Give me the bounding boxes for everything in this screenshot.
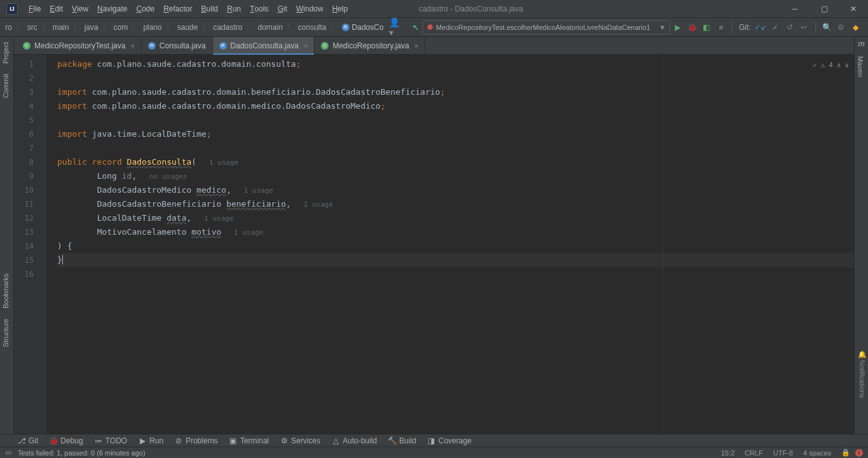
tool-terminal[interactable]: ▣Terminal — [229, 436, 269, 445]
caret-position[interactable]: 15:2 — [721, 449, 735, 457]
coverage-icon[interactable]: ◧ — [700, 20, 713, 34]
tool-todo[interactable]: ≔TODO — [95, 436, 127, 445]
next-highlight-icon[interactable]: ∨ — [844, 59, 849, 73]
tool-commit[interactable]: Commit — [0, 69, 11, 103]
tool-notifications[interactable]: 🔔 Notifications — [855, 346, 868, 402]
menu-window[interactable]: Window — [292, 0, 328, 18]
breadcrumb[interactable]: plano — [140, 23, 164, 32]
menu-code[interactable]: Code — [132, 0, 159, 18]
git-rollback-icon[interactable]: ↩ — [797, 20, 811, 34]
editor-tab[interactable]: RConsulta.java — [142, 37, 213, 54]
tool-auto-build[interactable]: △Auto-build — [332, 436, 377, 445]
line-number[interactable]: 4 — [14, 99, 45, 113]
minimize-icon[interactable]: ─ — [780, 0, 810, 18]
line-number[interactable]: 14 — [14, 239, 45, 253]
menu-git[interactable]: Git — [273, 0, 292, 18]
tool-bookmarks[interactable]: Bookmarks — [0, 268, 11, 314]
line-number[interactable]: 16 — [14, 267, 45, 281]
tool-maven[interactable]: Maven — [855, 51, 866, 82]
inspection-ok-icon: ✓ — [813, 59, 817, 73]
editor-tab[interactable]: CMedicoRepositoryTest.java× — [17, 37, 142, 54]
search-icon[interactable]: 🔍 — [820, 20, 834, 34]
menu-file[interactable]: File — [24, 0, 45, 18]
breadcrumb[interactable]: com — [111, 23, 131, 32]
line-number[interactable]: 15 — [14, 253, 45, 267]
maven-m-icon[interactable]: m — [855, 37, 868, 51]
line-number[interactable]: 10 — [14, 183, 45, 197]
tool-build[interactable]: 🔨Build — [388, 436, 416, 445]
user-icon[interactable]: 👤▾ — [389, 17, 403, 38]
tool-problems[interactable]: ⊘Problems — [175, 436, 218, 445]
close-tab-icon[interactable]: × — [304, 42, 308, 50]
line-number[interactable]: 13 — [14, 225, 45, 239]
menu-navigate[interactable]: Navigate — [93, 0, 132, 18]
menu-tools[interactable]: Tools — [245, 0, 273, 18]
menu-build[interactable]: Build — [197, 0, 223, 18]
run-icon[interactable]: ▶ — [671, 20, 684, 34]
tool-git[interactable]: ⎇Git — [18, 436, 38, 445]
build-icon[interactable]: ↖ — [412, 23, 419, 32]
editor-tabs: CMedicoRepositoryTest.java×RConsulta.jav… — [0, 37, 868, 55]
readonly-lock-icon[interactable]: 🔒 — [841, 448, 850, 457]
menu-view[interactable]: View — [67, 0, 93, 18]
menu-edit[interactable]: Edit — [45, 0, 67, 18]
prev-highlight-icon[interactable]: ∧ — [837, 59, 841, 73]
debug-icon[interactable]: 🐞 — [686, 20, 699, 34]
close-tab-icon[interactable]: × — [414, 42, 418, 50]
git-update-icon[interactable]: ✓↙ — [754, 20, 768, 34]
close-icon[interactable]: ✕ — [839, 0, 868, 18]
indent-setting[interactable]: 4 spaces — [803, 449, 831, 457]
breadcrumb[interactable]: src — [25, 23, 40, 32]
breadcrumb[interactable]: domain — [255, 23, 285, 32]
line-separator[interactable]: CRLF — [745, 449, 763, 457]
tool-run[interactable]: ▶Run — [139, 436, 163, 445]
titlebar: IJ FileEditViewNavigateCodeRefactorBuild… — [0, 0, 868, 18]
maximize-icon[interactable]: ▢ — [810, 0, 839, 18]
line-number[interactable]: 2 — [14, 71, 45, 85]
breadcrumbs[interactable]: ro〉src〉main〉java〉com〉plano〉saude〉cadastr… — [0, 22, 384, 32]
breadcrumb[interactable]: ro — [3, 23, 15, 32]
line-number[interactable]: 3 — [14, 85, 45, 99]
line-number[interactable]: 5 — [14, 113, 45, 127]
menu-refactor[interactable]: Refactor — [159, 0, 196, 18]
gutter[interactable]: 12345678910111213141516 — [14, 55, 46, 435]
breadcrumb[interactable]: cadastro — [210, 23, 245, 32]
tool-debug[interactable]: 🐞Debug — [50, 436, 83, 445]
tool-project[interactable]: Project — [0, 37, 11, 69]
error-indicator-icon[interactable]: ! — [855, 449, 863, 457]
inspections-widget[interactable]: ✓ ⚠ 4 ∧ ∨ — [813, 59, 849, 73]
line-number[interactable]: 1 — [14, 57, 45, 71]
file-encoding[interactable]: UTF-8 — [773, 449, 793, 457]
status-bar-icon[interactable]: ▭ — [5, 448, 11, 457]
menu-run[interactable]: Run — [222, 0, 245, 18]
git-commit-icon[interactable]: ✓ — [768, 20, 782, 34]
settings-icon[interactable]: ⚙ — [834, 20, 848, 34]
jetbrains-icon[interactable]: ◆ — [849, 20, 862, 34]
breadcrumb[interactable]: saude — [175, 23, 201, 32]
line-number[interactable]: 8 — [14, 155, 45, 169]
status-message[interactable]: Tests failed: 1, passed: 0 (6 minutes ag… — [18, 449, 146, 457]
code-area[interactable]: ✓ ⚠ 4 ∧ ∨ package com.plano.saude.cadast… — [46, 55, 854, 435]
run-config-selector[interactable]: ⬣ MedicoRepositoryTest.escolherMedicoAle… — [423, 20, 670, 34]
breadcrumb[interactable]: consulta — [295, 23, 329, 32]
editor-tab[interactable]: RDadosConsulta.java× — [213, 37, 315, 54]
line-number[interactable]: 11 — [14, 197, 45, 211]
run-config-label: MedicoRepositoryTest.escolherMedicoAleat… — [436, 24, 651, 31]
editor[interactable]: 12345678910111213141516 ✓ ⚠ 4 ∧ ∨ packag… — [14, 55, 854, 435]
menu-help[interactable]: Help — [328, 0, 353, 18]
line-number[interactable]: 6 — [14, 127, 45, 141]
breadcrumb[interactable]: java — [82, 23, 101, 32]
git-history-icon[interactable]: ↺ — [783, 20, 796, 34]
breadcrumb[interactable]: RDadosConsulta — [339, 23, 384, 32]
chevron-right-icon: 〉 — [15, 22, 25, 32]
stop-icon[interactable]: ■ — [714, 20, 728, 34]
tool-structure[interactable]: Structure — [0, 314, 11, 352]
line-number[interactable]: 12 — [14, 211, 45, 225]
editor-tab[interactable]: CMedicoRepository.java× — [315, 37, 425, 54]
breadcrumb[interactable]: main — [50, 23, 72, 32]
line-number[interactable]: 9 — [14, 169, 45, 183]
line-number[interactable]: 7 — [14, 141, 45, 155]
tool-services[interactable]: ⚙Services — [280, 436, 320, 445]
close-tab-icon[interactable]: × — [130, 42, 134, 50]
tool-coverage[interactable]: ◨Coverage — [428, 436, 471, 445]
